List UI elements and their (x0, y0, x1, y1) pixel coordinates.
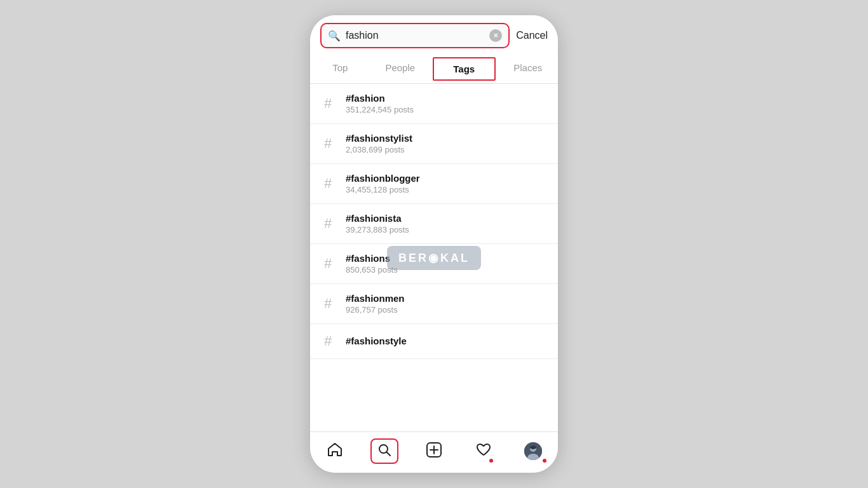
hashtag-icon: # (320, 215, 336, 232)
nav-activity[interactable] (459, 438, 508, 464)
tag-info: #fashionmen 926,757 posts (346, 293, 548, 315)
hashtag-icon: # (320, 255, 336, 272)
tag-info: #fashionstyle (346, 336, 548, 348)
search-nav-icon (377, 444, 392, 461)
list-item[interactable]: # #fashionstylist 2,038,699 posts (310, 124, 558, 164)
tag-name: #fashionmen (346, 293, 548, 304)
list-item[interactable]: # #fashion 351,224,545 posts (310, 84, 558, 124)
cancel-button[interactable]: Cancel (516, 30, 548, 41)
list-item[interactable]: # #fashionmen 926,757 posts (310, 284, 558, 324)
nav-search[interactable] (360, 438, 409, 464)
hashtag-icon: # (320, 95, 336, 112)
tag-name: #fashionista (346, 213, 548, 224)
avatar[interactable] (524, 442, 542, 460)
tag-name: #fashionstylist (346, 133, 548, 144)
hashtag-icon: # (320, 333, 336, 349)
hashtag-icon: # (320, 175, 336, 192)
tag-count: 34,455,128 posts (346, 185, 548, 194)
nav-add[interactable] (409, 438, 459, 464)
profile-dot (543, 459, 546, 463)
tag-count: 926,757 posts (346, 305, 548, 315)
tag-count: 351,224,545 posts (346, 105, 548, 114)
svg-line-1 (387, 452, 391, 456)
phone-frame: 🔍 fashion × Cancel Top People Tags Place… (310, 15, 558, 473)
svg-point-8 (530, 445, 536, 449)
search-input-wrapper[interactable]: 🔍 fashion × (320, 23, 510, 48)
tab-people[interactable]: People (370, 55, 431, 83)
list-item[interactable]: # #fashions 850,653 posts (310, 244, 558, 284)
heart-icon (475, 442, 492, 461)
list-item[interactable]: # #fashionblogger 34,455,128 posts (310, 164, 558, 204)
home-icon (327, 442, 343, 461)
tag-info: #fashion 351,224,545 posts (346, 93, 548, 114)
activity-dot (489, 459, 493, 463)
nav-home[interactable] (310, 438, 360, 464)
tags-list: BER◉KAL # #fashion 351,224,545 posts # #… (310, 84, 558, 431)
list-item[interactable]: # #fashionstyle (310, 324, 558, 359)
hashtag-icon: # (320, 295, 336, 312)
tag-info: #fashions 850,653 posts (346, 253, 548, 274)
nav-profile[interactable] (508, 438, 558, 464)
add-icon (426, 442, 442, 461)
tabs-bar: Top People Tags Places (310, 55, 558, 84)
tag-count: 2,038,699 posts (346, 145, 548, 154)
tab-places[interactable]: Places (498, 55, 559, 83)
list-item[interactable]: # #fashionista 39,273,883 posts (310, 204, 558, 244)
clear-button[interactable]: × (489, 29, 502, 42)
tag-info: #fashionstylist 2,038,699 posts (346, 133, 548, 154)
hashtag-icon: # (320, 135, 336, 152)
tag-count: 39,273,883 posts (346, 225, 548, 234)
tag-count: 850,653 posts (346, 265, 548, 274)
tab-top[interactable]: Top (310, 55, 370, 83)
tag-name: #fashion (346, 93, 548, 104)
tab-tags[interactable]: Tags (433, 57, 496, 81)
search-input[interactable]: fashion (346, 30, 484, 41)
search-icon: 🔍 (328, 30, 341, 42)
tag-name: #fashions (346, 253, 548, 264)
bottom-nav (310, 431, 558, 473)
tag-info: #fashionblogger 34,455,128 posts (346, 173, 548, 194)
tag-name: #fashionblogger (346, 173, 548, 184)
tag-info: #fashionista 39,273,883 posts (346, 213, 548, 234)
search-bar-area: 🔍 fashion × Cancel (310, 15, 558, 55)
tag-name: #fashionstyle (346, 336, 548, 346)
